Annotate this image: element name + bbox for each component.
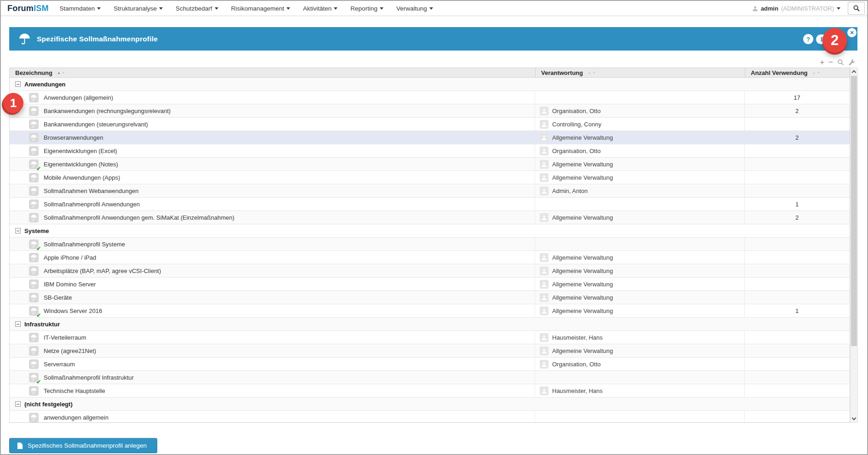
zoom-icon[interactable]: [837, 59, 844, 66]
umbrella-icon: [29, 266, 39, 276]
menu-item-stammdaten[interactable]: Stammdaten: [60, 5, 101, 12]
responsible-label: Controlling, Conny: [552, 121, 601, 128]
verantwortung-cell: Allgemeine Verwaltung: [535, 171, 745, 184]
table-row[interactable]: ✔Sollmaßnahmenprofil Infrastruktur: [10, 371, 850, 384]
group-row[interactable]: Infrastruktur: [10, 318, 850, 331]
close-icon[interactable]: ✕: [847, 28, 857, 37]
collapse-icon[interactable]: [15, 81, 21, 87]
table-row[interactable]: Arbeitsplätze (BAP, mAP, agree vCSI-Clie…: [10, 264, 850, 278]
person-icon: [540, 387, 548, 395]
table-row[interactable]: Apple iPhone / iPadAllgemeine Verwaltung: [10, 251, 850, 264]
table-row[interactable]: ServerraumOrganisation, Otto: [10, 358, 850, 371]
umbrella-icon: [29, 386, 39, 396]
search-icon: [853, 5, 860, 12]
row-label: IBM Domino Server: [44, 281, 96, 288]
umbrella-icon: [29, 359, 39, 369]
bezeichnung-cell: Anwendungen (allgemein): [10, 91, 535, 104]
menu-item-strukturanalyse[interactable]: Strukturanalyse: [114, 5, 163, 12]
table-row[interactable]: IBM Domino ServerAllgemeine Verwaltung: [10, 278, 850, 291]
usage-count: 2: [795, 108, 799, 114]
chevron-down-icon: [334, 7, 337, 10]
table-row[interactable]: Eigenentwicklungen (Excel)Organisation, …: [10, 144, 850, 158]
global-search-button[interactable]: [848, 2, 865, 15]
bezeichnung-cell: Bankanwendungen (steuerungsrelvant): [10, 118, 535, 131]
vertical-scrollbar[interactable]: [850, 68, 858, 423]
collapse-icon[interactable]: [15, 228, 21, 233]
verantwortung-cell: Hausmeister, Hans: [535, 384, 745, 397]
responsible-label: Hausmeister, Hans: [552, 387, 603, 394]
minus-icon[interactable]: −: [828, 58, 833, 66]
table-row[interactable]: BrowseranwendungenAllgemeine Verwaltung2: [10, 131, 850, 144]
person-icon: [540, 333, 548, 342]
usage-count: 1: [795, 307, 799, 314]
table-row[interactable]: Netze (agree21Net)Allgemeine Verwaltung: [10, 344, 850, 358]
user-menu[interactable]: admin (ADMINISTRATOR): [752, 5, 840, 12]
table-header: Bezeichnung ▲▼ Verantwortung ▲▼ Anzahl V…: [9, 68, 850, 78]
help-button[interactable]: ?: [803, 34, 813, 44]
user-role: (ADMINISTRATOR): [781, 5, 834, 12]
umbrella-icon: [29, 146, 39, 156]
scrollbar-thumb[interactable]: [851, 76, 857, 346]
row-label: Anwendungen (allgemein): [44, 94, 113, 101]
table-row[interactable]: ✔Windows Server 2016Allgemeine Verwaltun…: [10, 304, 850, 318]
table-row[interactable]: Technische HauptstelleHausmeister, Hans: [10, 384, 850, 398]
table-row[interactable]: Sollmaßnahmenprofil Anwendungen1: [10, 198, 850, 211]
responsible-label: Allgemeine Verwaltung: [552, 307, 613, 314]
row-label: SB-Geräte: [44, 294, 72, 301]
scroll-down-icon[interactable]: [852, 416, 857, 421]
person-icon: [540, 267, 548, 275]
column-header-bezeichnung[interactable]: Bezeichnung ▲▼: [10, 68, 536, 77]
umbrella-icon: ✔: [29, 373, 39, 382]
table-row[interactable]: SB-GeräteAllgemeine Verwaltung: [10, 291, 850, 304]
row-label: Eigenentwicklungen (Notes): [44, 161, 118, 168]
wrench-icon[interactable]: [848, 59, 855, 66]
table-row[interactable]: ✔Sollmaßnahmenprofil Systeme: [10, 238, 850, 251]
table-row[interactable]: Anwendungen (allgemein)17: [10, 91, 850, 104]
anzahl-cell: [745, 384, 849, 397]
group-row[interactable]: Anwendungen: [10, 78, 850, 91]
app-logo: ForumISM: [7, 4, 49, 13]
table-row[interactable]: Bankanwendungen (rechnungslegungsrelevan…: [10, 104, 850, 118]
menu-item-aktivitaeten[interactable]: Aktivitäten: [303, 5, 337, 12]
table-row[interactable]: anwendungen allgemein: [10, 411, 850, 423]
menu-item-risikomanagement[interactable]: Risikomanagement: [231, 5, 291, 12]
anzahl-cell: [745, 238, 849, 250]
responsible-label: Allgemeine Verwaltung: [552, 161, 613, 168]
menu-item-reporting[interactable]: Reporting: [350, 5, 383, 12]
usage-count: 2: [795, 134, 799, 141]
collapse-icon[interactable]: [15, 401, 21, 407]
umbrella-icon: [29, 293, 39, 302]
plus-icon[interactable]: +: [820, 58, 824, 66]
menu-item-verwaltung[interactable]: Verwaltung: [396, 5, 433, 12]
column-header-anzahl-verwendung[interactable]: Anzahl Verwendung ▲▼: [745, 68, 850, 77]
table-row[interactable]: ✔Eigenentwicklungen (Notes)Allgemeine Ve…: [10, 158, 850, 171]
create-profile-button[interactable]: Spezifisches Sollmaßnahmenprofil anlegen: [9, 438, 157, 453]
table-row[interactable]: Sollmaßnahmen WebanwendungenAdmin, Anton: [10, 184, 850, 198]
bezeichnung-cell: ✔Windows Server 2016: [10, 304, 535, 317]
table-row[interactable]: Sollmaßnahmenprofil Anwendungen gem. SiM…: [10, 211, 850, 224]
group-row[interactable]: Systeme: [10, 224, 850, 238]
column-header-verantwortung[interactable]: Verantwortung ▲▼: [536, 68, 745, 77]
responsible-label: Hausmeister, Hans: [552, 334, 603, 341]
collapse-icon[interactable]: [15, 321, 21, 327]
scroll-up-icon[interactable]: [852, 70, 857, 75]
nav-right: admin (ADMINISTRATOR): [752, 2, 867, 15]
anzahl-cell: [745, 118, 849, 131]
group-row[interactable]: (nicht festgelegt): [10, 398, 850, 411]
user-icon: [752, 6, 758, 11]
table-row[interactable]: Mobile Anwendungen (Apps)Allgemeine Verw…: [10, 171, 850, 184]
umbrella-icon: ✔: [29, 239, 39, 249]
menu-item-schutzbedarf[interactable]: Schutzbedarf: [176, 5, 218, 12]
sort-icon: ▲▼: [588, 71, 596, 75]
verantwortung-cell: Allgemeine Verwaltung: [535, 291, 745, 304]
group-label: (nicht festgelegt): [24, 401, 73, 408]
responsible-label: Allgemeine Verwaltung: [552, 174, 613, 181]
bezeichnung-cell: IBM Domino Server: [10, 278, 535, 290]
verantwortung-cell: Allgemeine Verwaltung: [535, 278, 745, 290]
anzahl-cell: [745, 291, 849, 304]
annotation-badge-2: 2: [822, 28, 847, 52]
table-row[interactable]: Bankanwendungen (steuerungsrelvant)Contr…: [10, 118, 850, 131]
anzahl-cell: [745, 171, 849, 184]
table-row[interactable]: IT-VerteilerraumHausmeister, Hans: [10, 331, 850, 344]
bezeichnung-cell: Arbeitsplätze (BAP, mAP, agree vCSI-Clie…: [10, 264, 535, 277]
